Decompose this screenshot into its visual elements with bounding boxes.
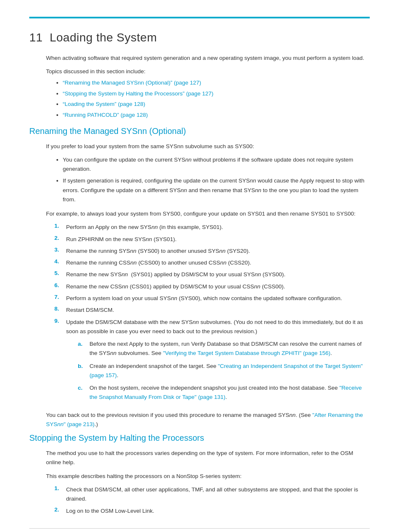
list-item: “Running PATHCOLD” (page 128) (63, 111, 370, 120)
after-renaming-link[interactable]: "After Renaming the SYSnn" (page 213) (46, 412, 363, 427)
toc-list: “Renaming the Managed SYSnn (Optional)” … (63, 78, 370, 119)
section2-title: Stopping the System by Halting the Proce… (29, 433, 370, 443)
list-item: “Loading the System” (page 128) (63, 100, 370, 109)
step-8: 8. Restart DSM/SCM. (54, 306, 370, 315)
toc-link-2[interactable]: “Stopping the System by Halting the Proc… (63, 90, 213, 97)
steps-list: 1. Perform an Apply on the new SYSnn (in… (54, 223, 370, 405)
step-9: 9. Update the DSM/SCM database with the … (54, 318, 370, 406)
topics-intro: Topics discussed in this section include… (46, 67, 370, 76)
section1-bullets: You can configure the update on the curr… (63, 155, 370, 204)
section2-para1: The method you use to halt the processor… (46, 449, 370, 468)
toc-link-4[interactable]: “Running PATHCOLD” (page 128) (63, 112, 148, 118)
link-9a[interactable]: "Verifying the Target System Database th… (163, 350, 330, 356)
list-item: “Stopping the System by Halting the Proc… (63, 89, 370, 98)
list-item: If system generation is required, config… (63, 176, 370, 204)
step-3: 3. Rename the running SYSnn (SYS00) to a… (54, 247, 370, 256)
step-9c: c. On the host system, receive the indep… (78, 383, 370, 402)
section2-para2: This example describes halting the proce… (46, 472, 370, 481)
step-7: 7. Perform a system load on your usual S… (54, 294, 370, 303)
toc-link-1[interactable]: “Renaming the Managed SYSnn (Optional)” … (63, 80, 201, 86)
step-2: 2. Run ZPHIRNM on the new SYSnn (SYS01). (54, 235, 370, 244)
step-6: 6. Rename the new CSSnn (CSS01) applied … (54, 282, 370, 291)
section2-body: The method you use to halt the processor… (46, 449, 370, 516)
sub-steps: a. Before the next Apply to the system, … (78, 339, 370, 402)
step-5: 5. Rename the new SYSnn (SYS01) applied … (54, 270, 370, 279)
toc-link-3[interactable]: “Loading the System” (page 128) (63, 101, 145, 107)
s2-step-2: 2. Log on to the OSM Low-Level Link. (54, 506, 370, 516)
step-1: 1. Perform an Apply on the new SYSnn (in… (54, 223, 370, 232)
chapter-title: 11 Loading the System (29, 31, 370, 44)
s2-step-1: 1. Check that DSM/SCM, all other user ap… (54, 485, 370, 504)
intro-paragraph1: When activating software that required s… (46, 54, 370, 63)
page: 11 Loading the System When activating so… (0, 0, 399, 532)
step-9b: b. Create an independent snapshot of the… (78, 362, 370, 380)
link-9c[interactable]: "Receive the Snapshot Manually From Disk… (90, 385, 362, 400)
section2-steps: 1. Check that DSM/SCM, all other user ap… (54, 485, 370, 516)
link-9b[interactable]: "Creating an Independent Snapshot of the… (90, 363, 363, 378)
example-intro: For example, to always load your system … (46, 209, 370, 218)
list-item: “Renaming the Managed SYSnn (Optional)” … (63, 78, 370, 87)
section1-closing: You can back out to the previous revisio… (46, 411, 370, 429)
section1-intro: If you prefer to load your system from t… (46, 142, 370, 151)
section1-body: If you prefer to load your system from t… (46, 142, 370, 429)
section1-title: Renaming the Managed SYSnn (Optional) (29, 126, 370, 136)
list-item: You can configure the update on the curr… (63, 155, 370, 174)
step-4: 4. Rename the running CSSnn (CSS00) to a… (54, 258, 370, 267)
footer-divider (29, 528, 370, 529)
step-9a: a. Before the next Apply to the system, … (78, 339, 370, 358)
top-border (29, 17, 370, 18)
